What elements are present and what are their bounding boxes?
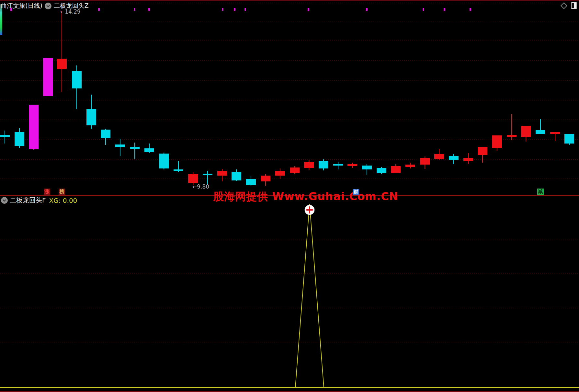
candle-body	[478, 147, 487, 155]
chevron-down-icon[interactable]	[45, 3, 51, 9]
window-controls	[562, 2, 577, 9]
signal-dot	[366, 8, 368, 11]
candle-body	[0, 135, 10, 137]
candle-body	[521, 126, 531, 137]
candle-body	[449, 156, 459, 160]
candle-body	[43, 58, 53, 96]
candle-body	[492, 135, 502, 148]
pane-badge[interactable]: 涨	[44, 189, 50, 195]
candle-body	[304, 162, 314, 168]
pane-badge[interactable]: 榜	[59, 189, 65, 195]
signal-dot	[308, 8, 309, 11]
candle-body	[290, 167, 300, 173]
candle-body	[57, 59, 67, 69]
candle-body	[72, 71, 82, 88]
sub-indicator-label[interactable]: 二板龙回头F	[10, 196, 46, 205]
candle-body	[29, 105, 39, 149]
signal-dot	[134, 8, 135, 11]
candle-body	[275, 171, 285, 176]
candle-body	[434, 154, 444, 159]
sub-pane-header: 二板龙回头F XG: 0.00	[1, 196, 77, 205]
stock-chart-window: 曲江文旅(日线) 二板龙回头Z ←14.29 ←9.80 股海网提供 Www.G…	[0, 0, 579, 392]
candle-body	[203, 174, 212, 175]
candle-body	[188, 174, 198, 183]
high-price-annotation: ←14.29	[60, 8, 81, 15]
signal-dot	[444, 8, 445, 11]
candle-body	[217, 171, 227, 176]
candle-body	[362, 166, 372, 169]
low-price-annotation: ←9.80	[192, 183, 209, 190]
candle-body	[232, 172, 241, 180]
candle-body	[101, 130, 110, 138]
candle-body	[463, 158, 473, 161]
candle-body	[261, 176, 270, 181]
candle-body	[159, 154, 169, 168]
signal-dot	[98, 8, 100, 11]
signal-dot	[470, 8, 471, 11]
candle-body	[115, 144, 125, 147]
candle-body	[536, 130, 545, 134]
candle-body	[319, 161, 328, 168]
candle-body	[130, 147, 140, 149]
candle-body	[405, 165, 415, 167]
candle-body	[15, 132, 24, 146]
signal-spike	[295, 204, 324, 387]
diamond-icon[interactable]	[561, 2, 567, 9]
signal-dot	[234, 8, 235, 11]
candle-body	[550, 132, 560, 134]
stock-title: 曲江文旅(日线)	[1, 2, 42, 10]
candle-body	[144, 148, 154, 152]
signal-dot	[423, 8, 424, 11]
candle-body	[246, 179, 256, 185]
candle-body	[86, 109, 96, 125]
indicator-output-value: XG: 0.00	[49, 197, 77, 204]
candle-body	[391, 166, 401, 173]
candle-body	[507, 135, 517, 137]
candle-body	[347, 164, 357, 166]
chevron-down-icon[interactable]	[1, 197, 8, 204]
candle-body	[174, 169, 183, 171]
candle-body	[377, 168, 386, 173]
panel-icon[interactable]	[571, 2, 577, 9]
pane-badge[interactable]: 减	[537, 189, 544, 195]
candle-body	[333, 164, 343, 166]
signal-dot	[244, 8, 246, 11]
signal-dot	[222, 8, 223, 11]
candle-body	[564, 134, 574, 144]
watermark-text: 股海网提供 Www.Guhai.Com.CN	[213, 190, 398, 204]
pane-badge[interactable]: 财	[353, 189, 359, 195]
signal-dot	[148, 8, 150, 11]
candle-body	[420, 158, 430, 165]
